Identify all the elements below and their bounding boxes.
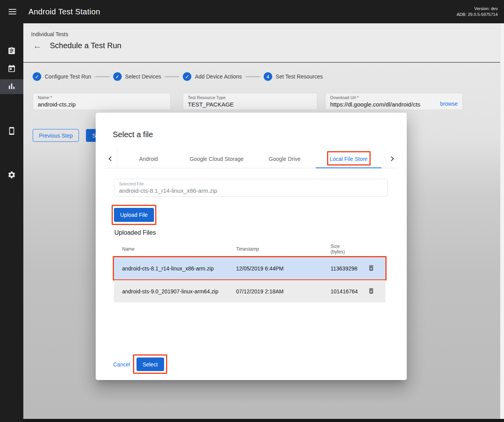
table-row-sts-file[interactable]: android-sts-9.0_201907-linux-arm64.zip 0… xyxy=(114,280,385,302)
dialog-title: Select a file xyxy=(113,130,153,139)
selected-file-field[interactable]: Selected File android-cts-8.1_r14-linux_… xyxy=(114,179,388,197)
version-info: Version: dev ADB: 29.0.5-5975714 xyxy=(457,6,498,17)
phone-icon xyxy=(7,127,16,136)
step-select-devices[interactable]: ✓ Select Devices xyxy=(113,72,161,81)
back-arrow-icon[interactable]: ← xyxy=(31,40,44,51)
delete-file-button[interactable] xyxy=(367,286,376,296)
column-header-size: Size (bytes) xyxy=(331,244,363,255)
select-file-dialog: Select a file Android Google Cloud Stora… xyxy=(96,113,407,380)
page-title: Schedule a Test Run xyxy=(50,41,121,50)
delete-file-button[interactable] xyxy=(367,263,376,274)
title-row: ← Schedule a Test Run xyxy=(31,40,121,51)
table-header-row: Name Timestamp Size (bytes) xyxy=(114,242,385,256)
app-title: Android Test Station xyxy=(28,7,100,16)
step-done-icon: ✓ xyxy=(33,72,41,81)
step-connector xyxy=(164,76,179,77)
version-label: Version: dev xyxy=(457,6,498,12)
chevron-right-icon xyxy=(389,156,394,161)
step-connector xyxy=(245,76,260,77)
name-field-label: Name * xyxy=(38,95,166,100)
size-cell: 113639298 xyxy=(331,265,363,272)
timestamp-cell: 12/05/2019 6:44PM xyxy=(236,265,331,272)
tab-android[interactable]: Android xyxy=(117,150,180,168)
page-header: Individual Tests ← Schedule a Test Run xyxy=(23,23,500,62)
chevron-left-icon xyxy=(108,156,114,161)
sidebar xyxy=(0,23,23,422)
column-header-name: Name xyxy=(122,246,236,252)
step-configure-test-run[interactable]: ✓ Configure Test Run xyxy=(33,72,91,81)
uploaded-files-table: Name Timestamp Size (bytes) android-cts-… xyxy=(114,242,385,302)
download-url-field[interactable]: Download Url * https://dl.google.com/dl/… xyxy=(325,93,463,110)
sidebar-item-test-results[interactable] xyxy=(0,79,23,94)
resource-type-label: Test Resource Type xyxy=(188,95,312,100)
sidebar-item-tests[interactable] xyxy=(0,44,23,59)
table-row-cts-file[interactable]: android-cts-8.1_r14-linux_x86-arm.zip 12… xyxy=(114,257,385,279)
sidebar-item-plans[interactable] xyxy=(0,62,23,77)
tab-google-cloud-storage[interactable]: Google Cloud Storage xyxy=(180,150,254,168)
step-done-icon: ✓ xyxy=(113,72,122,81)
download-url-label: Download Url * xyxy=(330,95,458,100)
selected-file-value: android-cts-8.1_r14-linux_x86-arm.zip xyxy=(119,187,383,194)
stepper: ✓ Configure Test Run ✓ Select Devices ✓ … xyxy=(33,72,323,81)
step-number-badge: 4 xyxy=(264,72,272,81)
tabs-scroll-left-button[interactable] xyxy=(105,150,117,168)
download-url-value: https://dl.google.com/dl/android/cts xyxy=(330,101,436,108)
step-add-device-actions[interactable]: ✓ Add Device Actions xyxy=(183,72,242,81)
breadcrumb: Individual Tests xyxy=(31,31,68,37)
resource-form: Name * android-cts.zip Test Resource Typ… xyxy=(33,93,463,110)
browse-link[interactable]: browse xyxy=(440,101,458,107)
trash-icon xyxy=(368,264,375,273)
step-connector xyxy=(95,76,110,77)
resource-type-value: TEST_PACKAGE xyxy=(188,101,312,108)
sidebar-item-settings[interactable] xyxy=(0,168,23,183)
column-header-timestamp: Timestamp xyxy=(236,246,331,252)
size-cell: 101416764 xyxy=(331,288,363,295)
app-header: Android Test Station Version: dev ADB: 2… xyxy=(0,0,504,23)
file-name-cell: android-cts-8.1_r14-linux_x86-arm.zip xyxy=(122,265,236,272)
file-source-tabs: Android Google Cloud Storage Google Driv… xyxy=(105,150,397,168)
menu-icon[interactable] xyxy=(8,7,17,16)
tab-local-file-store[interactable]: Local File Store xyxy=(316,150,382,168)
file-name-cell: android-sts-9.0_201907-linux-arm64.zip xyxy=(122,288,236,295)
trash-icon xyxy=(368,287,375,296)
selected-file-label: Selected File xyxy=(119,181,383,186)
dialog-actions: Cancel Select xyxy=(113,357,164,371)
calendar-icon xyxy=(7,65,16,74)
bar-chart-icon xyxy=(7,82,16,92)
upload-file-button[interactable]: Upload File xyxy=(114,208,154,222)
previous-step-button[interactable]: Previous Step xyxy=(33,129,79,142)
resource-type-field[interactable]: Test Resource Type TEST_PACKAGE xyxy=(183,93,317,110)
step-set-test-resources[interactable]: 4 Set Test Resources xyxy=(264,72,323,81)
adb-version-label: ADB: 29.0.5-5975714 xyxy=(457,12,498,17)
app-root: Android Test Station Version: dev ADB: 2… xyxy=(0,0,504,422)
name-field-value: android-cts.zip xyxy=(38,101,166,108)
timestamp-cell: 07/12/2019 2:18AM xyxy=(236,288,331,295)
name-field[interactable]: Name * android-cts.zip xyxy=(33,93,171,110)
clipboard-icon xyxy=(7,47,16,56)
scrollbar[interactable] xyxy=(500,23,504,419)
step-done-icon: ✓ xyxy=(183,72,191,81)
tab-google-drive[interactable]: Google Drive xyxy=(254,150,316,168)
sidebar-item-devices[interactable] xyxy=(0,124,23,139)
tabs-scroll-right-button[interactable] xyxy=(385,150,397,168)
uploaded-files-heading: Uploaded Files xyxy=(114,229,156,236)
cancel-button[interactable]: Cancel xyxy=(113,361,130,368)
select-button[interactable]: Select xyxy=(136,357,164,371)
gear-icon xyxy=(7,171,16,180)
